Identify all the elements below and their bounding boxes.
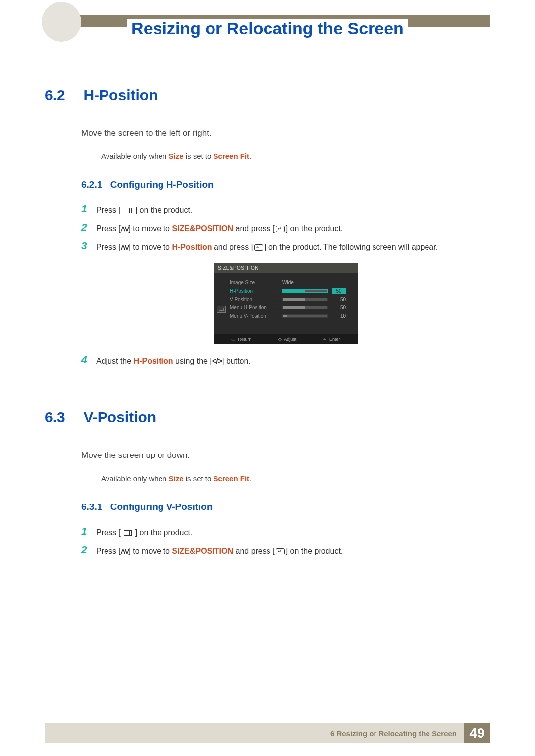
page-number: 49	[464, 723, 490, 743]
menu-icon	[124, 530, 132, 536]
step-1: 1 Press [ ] on the product.	[81, 203, 490, 216]
step-text: Press [ ] on the product.	[96, 525, 192, 539]
section-6-3-heading: 6.3 V-Position	[45, 409, 490, 426]
steps-list: 1 Press [ ] on the product. 2 Press [ᐱ/ᐯ…	[81, 525, 490, 557]
page-footer: 6 Resizing or Relocating the Screen 49	[45, 723, 490, 743]
header-circle-decoration	[42, 2, 81, 42]
section-description: Move the screen up or down.	[81, 451, 490, 460]
section-title: V-Position	[83, 409, 156, 426]
enter-icon	[276, 548, 285, 554]
osd-row-menu-v: Menu V-Position : 10	[217, 312, 355, 320]
enter-icon: ↵	[323, 337, 327, 342]
step-2: 2 Press [ᐱ/ᐯ] to move to SIZE&POSITION a…	[81, 221, 490, 235]
up-down-icon: ᐱ/ᐯ	[121, 547, 129, 556]
step-number: 2	[81, 544, 96, 555]
osd-title: SIZE&POSITION	[214, 263, 358, 273]
step-3: 3 Press [ᐱ/ᐯ] to move to H-Position and …	[81, 240, 490, 253]
steps-list-continued: 4 Adjust the H-Position using the [</>] …	[81, 354, 490, 367]
subsection-6-2-1-heading: 6.2.1 Configuring H-Position	[81, 179, 490, 190]
section-description: Move the screen to the left or right.	[81, 128, 490, 138]
availability-note: Available only when Size is set to Scree…	[101, 474, 490, 483]
section-number: 6.3	[45, 409, 81, 426]
section-title: H-Position	[83, 87, 158, 103]
subsection-6-3-1-heading: 6.3.1 Configuring V-Position	[81, 502, 490, 512]
step-text: Press [ᐱ/ᐯ] to move to SIZE&POSITION and…	[96, 544, 343, 557]
step-2: 2 Press [ᐱ/ᐯ] to move to SIZE&POSITION a…	[81, 544, 490, 557]
chapter-title: Resizing or Relocating the Screen	[127, 19, 408, 38]
section-6-2-heading: 6.2 H-Position	[45, 87, 490, 103]
page-content: 6.2 H-Position Move the screen to the le…	[45, 87, 490, 567]
left-right-icon: </>	[212, 357, 222, 365]
subsection-title: Configuring H-Position	[110, 179, 214, 190]
osd-row-h-position: H-Position : 50	[217, 287, 355, 295]
subsection-number: 6.2.1	[81, 179, 102, 190]
step-text: Press [ᐱ/ᐯ] to move to H-Position and pr…	[96, 240, 438, 253]
step-number: 2	[81, 221, 96, 233]
osd-row-v-position: V-Position : 50	[217, 295, 355, 303]
step-number: 4	[81, 354, 96, 366]
step-number: 1	[81, 203, 96, 215]
up-down-icon: ᐱ/ᐯ	[121, 243, 129, 252]
subsection-title: Configuring V-Position	[110, 502, 213, 512]
menu-icon	[124, 208, 132, 213]
subsection-number: 6.3.1	[81, 502, 102, 512]
osd-screenshot: SIZE&POSITION Image Size : Wide H-Positi…	[214, 263, 358, 344]
footer-chapter-label: 6 Resizing or Relocating the Screen	[330, 729, 457, 738]
step-number: 1	[81, 525, 96, 537]
step-text: Press [ ] on the product.	[96, 203, 192, 216]
up-down-icon: ᐱ/ᐯ	[121, 224, 129, 234]
step-1: 1 Press [ ] on the product.	[81, 525, 490, 539]
availability-note: Available only when Size is set to Scree…	[101, 152, 490, 160]
steps-list: 1 Press [ ] on the product. 2 Press [ᐱ/ᐯ…	[81, 203, 490, 253]
enter-icon	[254, 244, 263, 251]
osd-footer: ▭Return ◇Adjust ↵Enter	[214, 334, 358, 344]
osd-row-menu-h: Menu H-Position : 50	[217, 303, 355, 312]
step-number: 3	[81, 240, 96, 252]
section-number: 6.2	[45, 87, 81, 103]
osd-row-image-size: Image Size : Wide	[217, 278, 355, 287]
return-icon: ▭	[231, 337, 236, 342]
step-text: Adjust the H-Position using the [</>] bu…	[96, 354, 251, 367]
adjust-icon: ◇	[278, 337, 282, 342]
step-4: 4 Adjust the H-Position using the [</>] …	[81, 354, 490, 367]
enter-icon	[276, 226, 285, 232]
osd-category-icon	[217, 306, 226, 313]
step-text: Press [ᐱ/ᐯ] to move to SIZE&POSITION and…	[96, 221, 343, 235]
